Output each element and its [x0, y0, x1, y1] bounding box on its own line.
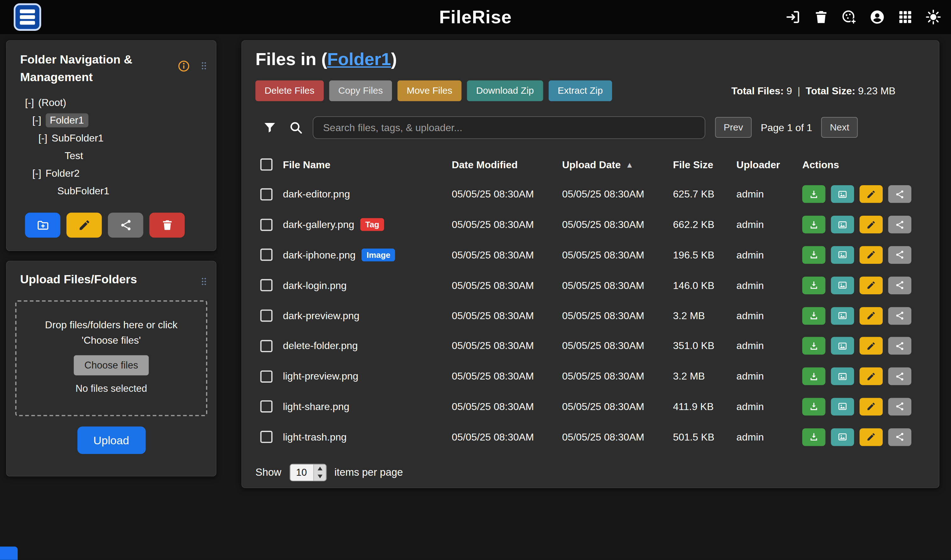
- prev-page-button[interactable]: Prev: [715, 117, 752, 138]
- tree-item-folder2[interactable]: [-] Folder2: [6, 165, 216, 182]
- trash-icon[interactable]: [813, 9, 829, 25]
- stepper-down-icon[interactable]: [314, 472, 326, 481]
- delete-files-button[interactable]: Delete Files: [256, 80, 324, 101]
- file-dropzone[interactable]: Drop files/folders here or click 'Choose…: [15, 300, 207, 416]
- col-uploader[interactable]: Uploader: [737, 159, 802, 171]
- tree-item-folder1[interactable]: [-] Folder1: [6, 112, 216, 129]
- download-button[interactable]: [802, 398, 826, 415]
- file-name[interactable]: light-share.png: [283, 401, 350, 412]
- cookie-icon[interactable]: [841, 9, 857, 25]
- share-button[interactable]: [888, 368, 911, 385]
- file-name[interactable]: dark-gallery.png: [283, 219, 354, 231]
- share-folder-button[interactable]: [108, 212, 143, 237]
- row-checkbox[interactable]: [260, 401, 273, 413]
- row-checkbox[interactable]: [260, 431, 273, 443]
- download-button[interactable]: [802, 276, 826, 294]
- download-button[interactable]: [802, 307, 826, 325]
- sign-in-icon[interactable]: [785, 9, 801, 25]
- filerise-logo-icon[interactable]: [14, 3, 42, 31]
- col-file-name[interactable]: File Name: [283, 159, 452, 171]
- current-folder-link[interactable]: Folder1: [327, 49, 391, 69]
- stepper-up-icon[interactable]: [314, 465, 326, 472]
- tree-item-subfolder1[interactable]: [-] SubFolder1: [6, 129, 216, 147]
- tree-toggle[interactable]: [-]: [32, 168, 41, 179]
- share-button[interactable]: [888, 246, 911, 264]
- file-name[interactable]: dark-editor.png: [283, 189, 350, 200]
- col-upload-date[interactable]: Upload Date▲: [562, 159, 673, 171]
- tree-item-test[interactable]: Test: [6, 147, 216, 165]
- row-checkbox[interactable]: [260, 310, 273, 322]
- row-checkbox[interactable]: [260, 218, 273, 231]
- drag-handle-icon[interactable]: [199, 59, 208, 72]
- share-button[interactable]: [888, 398, 911, 415]
- col-file-size[interactable]: File Size: [673, 159, 737, 171]
- items-per-page-stepper[interactable]: 10: [290, 464, 327, 482]
- download-button[interactable]: [802, 246, 826, 264]
- share-button[interactable]: [888, 216, 911, 233]
- edit-button[interactable]: [860, 246, 883, 264]
- col-date-modified[interactable]: Date Modified: [452, 159, 562, 171]
- account-icon[interactable]: [869, 9, 885, 25]
- row-checkbox[interactable]: [260, 249, 273, 261]
- filter-funnel-icon[interactable]: [263, 120, 277, 135]
- file-name[interactable]: dark-preview.png: [283, 310, 359, 322]
- share-button[interactable]: [888, 186, 911, 203]
- download-button[interactable]: [802, 368, 826, 385]
- tree-item-root[interactable]: [-] (Root): [6, 94, 216, 111]
- file-name[interactable]: light-preview.png: [283, 371, 358, 382]
- apps-grid-icon[interactable]: [897, 9, 913, 25]
- preview-image-button[interactable]: [831, 307, 854, 325]
- edit-button[interactable]: [860, 368, 883, 385]
- theme-sun-icon[interactable]: [926, 9, 941, 25]
- copy-files-button[interactable]: Copy Files: [329, 80, 392, 101]
- preview-image-button[interactable]: [831, 428, 854, 446]
- file-name[interactable]: dark-iphone.png: [283, 249, 356, 261]
- file-name[interactable]: light-trash.png: [283, 431, 347, 443]
- search-icon[interactable]: [289, 120, 303, 135]
- edit-button[interactable]: [860, 428, 883, 446]
- tree-toggle[interactable]: [-]: [39, 132, 47, 144]
- tree-item-subfolder1-2[interactable]: SubFolder1: [6, 182, 216, 200]
- items-per-page-value[interactable]: 10: [290, 465, 313, 481]
- preview-image-button[interactable]: [831, 186, 854, 203]
- share-button[interactable]: [888, 276, 911, 294]
- next-page-button[interactable]: Next: [822, 117, 858, 138]
- file-name[interactable]: dark-login.png: [283, 280, 347, 291]
- download-button[interactable]: [802, 428, 826, 446]
- bottom-left-partial-button[interactable]: [0, 546, 18, 560]
- share-button[interactable]: [888, 337, 911, 355]
- search-input[interactable]: [313, 116, 705, 138]
- preview-image-button[interactable]: [831, 276, 854, 294]
- download-button[interactable]: [802, 186, 826, 203]
- choose-files-button[interactable]: Choose files: [74, 355, 148, 375]
- edit-button[interactable]: [860, 216, 883, 233]
- share-button[interactable]: [888, 307, 911, 325]
- rename-folder-button[interactable]: [66, 212, 102, 237]
- create-folder-button[interactable]: [25, 212, 60, 237]
- edit-button[interactable]: [860, 276, 883, 294]
- row-checkbox[interactable]: [260, 371, 273, 383]
- edit-button[interactable]: [860, 307, 883, 325]
- drag-handle-icon[interactable]: [199, 275, 208, 288]
- info-icon[interactable]: [177, 60, 190, 72]
- preview-image-button[interactable]: [831, 216, 854, 233]
- download-zip-button[interactable]: Download Zip: [467, 80, 543, 101]
- share-button[interactable]: [888, 428, 911, 446]
- upload-button[interactable]: Upload: [77, 426, 145, 454]
- tree-toggle[interactable]: [-]: [32, 114, 41, 126]
- select-all-checkbox[interactable]: [260, 158, 273, 171]
- edit-button[interactable]: [860, 398, 883, 415]
- preview-image-button[interactable]: [831, 246, 854, 264]
- edit-button[interactable]: [860, 186, 883, 203]
- row-checkbox[interactable]: [260, 188, 273, 201]
- preview-image-button[interactable]: [831, 398, 854, 415]
- move-files-button[interactable]: Move Files: [398, 80, 461, 101]
- download-button[interactable]: [802, 337, 826, 355]
- file-name[interactable]: delete-folder.png: [283, 340, 358, 352]
- delete-folder-button[interactable]: [150, 212, 185, 237]
- download-button[interactable]: [802, 216, 826, 233]
- row-checkbox[interactable]: [260, 340, 273, 352]
- extract-zip-button[interactable]: Extract Zip: [549, 80, 612, 101]
- tree-toggle[interactable]: [-]: [25, 97, 34, 108]
- row-checkbox[interactable]: [260, 279, 273, 291]
